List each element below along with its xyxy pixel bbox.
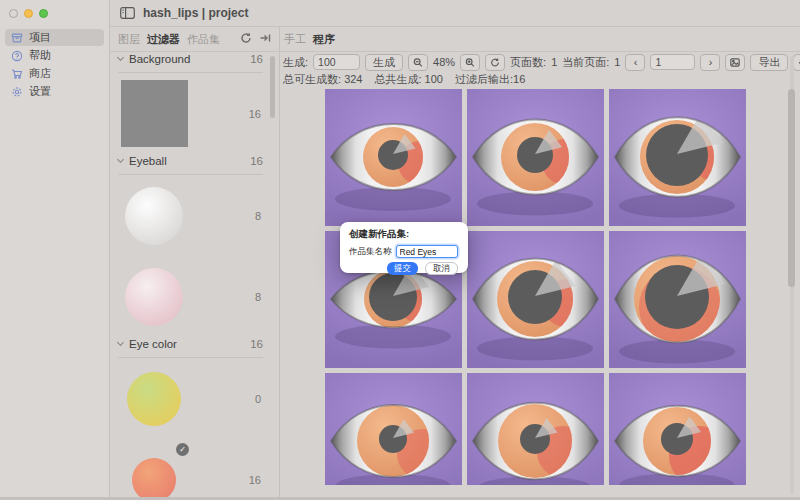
selected-check-icon: ✓ <box>176 443 189 456</box>
export-button[interactable]: 导出 <box>750 54 788 71</box>
generate-count-input[interactable] <box>313 54 360 70</box>
generated-image-tile[interactable] <box>467 231 604 368</box>
sidebar-item-project-box[interactable]: 项目 <box>5 29 104 46</box>
chevron-down-icon <box>117 155 124 162</box>
eye-artwork <box>467 373 604 485</box>
window-controls <box>9 9 48 18</box>
chevron-down-icon <box>117 338 124 345</box>
sidebar-item-label: 设置 <box>29 84 51 99</box>
layers-panel-scrollbar[interactable] <box>270 56 275 118</box>
generator-toolbar: 生成: 生成 48% 页面数: 1 当前页面: 1 ‹ › 导出 <box>280 52 800 72</box>
trait-thumbnail-sphere <box>125 268 183 326</box>
layers-panel-tabs: 图层过滤器作品集 <box>110 27 280 52</box>
trait-count: 16 <box>249 108 261 120</box>
generate-label: 生成: <box>283 55 308 70</box>
pages-value: 1 <box>551 56 557 68</box>
chevron-down-icon <box>117 53 124 60</box>
export-images-icon-button[interactable] <box>725 54 745 71</box>
tab-手工[interactable]: 手工 <box>284 32 306 47</box>
trait-thumbnail-sphere <box>127 372 181 426</box>
titlebar: hash_lips | project <box>110 0 800 27</box>
stat-filtered-output: 过滤后输出:16 <box>455 72 525 87</box>
settings-gear-button[interactable] <box>793 54 800 71</box>
filters-layer-list: Background1616Eyeball1688Eye color160✓16 <box>110 52 280 500</box>
eye-artwork <box>325 89 462 226</box>
tab-图层[interactable]: 图层 <box>118 32 140 47</box>
eye-artwork <box>609 231 746 368</box>
tab-过滤器[interactable]: 过滤器 <box>147 32 180 47</box>
create-collection-dialog: 创建新作品集: 作品集名称 提交 取消 <box>340 222 468 273</box>
generate-button[interactable]: 生成 <box>365 54 403 71</box>
section-count: 16 <box>250 155 263 167</box>
project-box-icon <box>10 31 23 44</box>
submit-button[interactable]: 提交 <box>387 262 418 275</box>
section-name: Eye color <box>129 338 177 350</box>
zoom-level-value: 48% <box>433 56 455 68</box>
generated-image-tile[interactable] <box>325 89 462 226</box>
app-window: 项目帮助商店设置 hash_lips | project 图层过滤器作品集 手工… <box>0 0 800 500</box>
refresh-preview-button[interactable] <box>485 54 505 71</box>
generated-images-canvas <box>280 86 800 485</box>
store-cart-icon <box>10 67 23 80</box>
generated-image-tile[interactable] <box>609 89 746 226</box>
sidebar-item-label: 项目 <box>29 30 51 45</box>
tab-作品集[interactable]: 作品集 <box>187 32 220 47</box>
cancel-button[interactable]: 取消 <box>425 262 458 275</box>
collection-name-label: 作品集名称 <box>349 246 392 258</box>
prev-page-button[interactable]: ‹ <box>625 54 645 71</box>
trait-thumbnail-sphere <box>132 458 176 500</box>
eye-artwork <box>325 373 462 485</box>
pages-label: 页面数: <box>510 55 546 70</box>
tab-程序[interactable]: 程序 <box>313 32 335 47</box>
sidebar-item-label: 帮助 <box>29 48 51 63</box>
sidebar-nav: 项目帮助商店设置 <box>0 28 109 101</box>
sidebar-item-settings-gear[interactable]: 设置 <box>5 83 104 100</box>
section-count: 16 <box>250 53 263 65</box>
section-name: Background <box>129 53 190 65</box>
generated-image-tile[interactable] <box>467 89 604 226</box>
refresh-panel-icon[interactable] <box>240 32 252 46</box>
dialog-title: 创建新作品集: <box>349 228 460 241</box>
sidebar-item-help[interactable]: 帮助 <box>5 47 104 64</box>
trait-count: 0 <box>255 393 261 405</box>
toggle-sidebar-icon[interactable] <box>120 7 135 19</box>
layer-trait-item[interactable]: 8 <box>110 175 279 256</box>
generated-image-tile[interactable] <box>609 373 746 485</box>
generated-image-tile[interactable] <box>609 231 746 368</box>
stat-total-possible: 总可生成数: 324 <box>283 72 362 87</box>
main-tabs: 手工程序 <box>280 27 800 52</box>
section-name: Eyeball <box>129 155 167 167</box>
collection-name-input[interactable] <box>396 245 458 258</box>
generation-stats: 总可生成数: 324 总共生成: 100 过滤后输出:16 <box>280 72 800 86</box>
generated-image-tile[interactable] <box>325 373 462 485</box>
collapse-panel-icon[interactable] <box>259 32 271 46</box>
app-sidebar: 项目帮助商店设置 <box>0 0 110 500</box>
layer-trait-item[interactable]: 16 <box>110 73 279 154</box>
sidebar-item-label: 商店 <box>29 66 51 81</box>
zoom-out-button[interactable] <box>408 54 428 71</box>
eye-artwork <box>609 89 746 226</box>
generated-image-tile[interactable] <box>467 373 604 485</box>
section-count: 16 <box>250 338 263 350</box>
zoom-in-button[interactable] <box>460 54 480 71</box>
current-page-value: 1 <box>614 56 620 68</box>
next-page-button[interactable]: › <box>700 54 720 71</box>
zoom-window-button[interactable] <box>39 9 48 18</box>
sidebar-item-store-cart[interactable]: 商店 <box>5 65 104 82</box>
trait-count: 8 <box>255 291 261 303</box>
layer-section-header[interactable]: Background16 <box>118 58 263 73</box>
layer-trait-item[interactable]: ✓16 <box>110 439 279 500</box>
close-window-button[interactable] <box>9 9 18 18</box>
window-title: hash_lips | project <box>143 6 248 20</box>
eye-artwork <box>467 231 604 368</box>
layer-section-header[interactable]: Eyeball16 <box>118 160 263 175</box>
layer-trait-item[interactable]: 0 <box>110 358 279 439</box>
stat-total-generated: 总共生成: 100 <box>374 72 442 87</box>
main-scrollbar[interactable] <box>788 89 795 287</box>
help-icon <box>10 49 23 62</box>
page-number-input[interactable] <box>650 54 695 70</box>
layer-section-header[interactable]: Eye color16 <box>118 343 263 358</box>
minimize-window-button[interactable] <box>24 9 33 18</box>
eye-artwork <box>467 89 604 226</box>
layer-trait-item[interactable]: 8 <box>110 256 279 337</box>
